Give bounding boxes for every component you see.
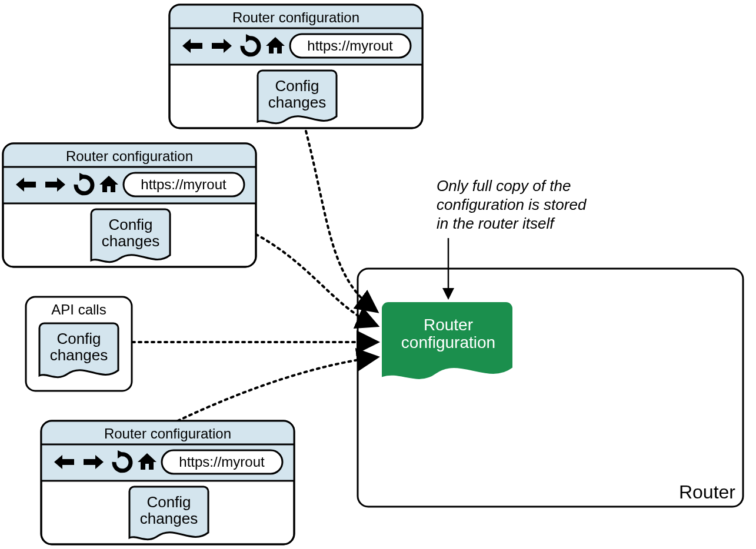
- annotation-line2: configuration is stored: [437, 196, 587, 213]
- browser-title: Router configuration: [104, 426, 231, 441]
- router-config-line2: configuration: [401, 333, 495, 352]
- svg-text:Config: Config: [275, 77, 319, 95]
- annotation-line1: Only full copy of the: [437, 177, 571, 195]
- router-label: Router: [679, 481, 735, 503]
- router-config-document: Router configuration: [382, 303, 512, 379]
- api-box: API calls Config changes: [26, 297, 132, 391]
- api-doc-line1: Config: [56, 330, 101, 347]
- api-title: API calls: [51, 302, 106, 317]
- browser-config-doc: Config changes: [129, 487, 208, 540]
- svg-text:changes: changes: [102, 232, 159, 250]
- router-box: Router Router configuration: [358, 269, 743, 507]
- browser-config-doc: Config changes: [91, 209, 170, 262]
- connector-bottom: [178, 357, 375, 421]
- browser-window-mid: Router configuration https://myrout Conf…: [3, 143, 256, 267]
- svg-text:changes: changes: [140, 510, 198, 527]
- browser-window-top: Router configuration https://myrout Conf…: [169, 5, 422, 128]
- browser-config-doc: Config changes: [258, 71, 337, 123]
- url-text: https://myrout: [141, 176, 227, 192]
- api-config-doc: Config changes: [39, 323, 118, 377]
- url-text: https://myrout: [307, 38, 393, 53]
- svg-text:Config: Config: [146, 493, 191, 511]
- api-doc-line2: changes: [50, 346, 108, 364]
- router-config-line1: Router: [424, 316, 473, 334]
- browser-window-bottom: Router configuration https://myrout Conf…: [41, 421, 294, 544]
- svg-text:changes: changes: [268, 93, 326, 111]
- svg-text:Config: Config: [108, 216, 152, 233]
- annotation-line3: in the router itself: [437, 215, 555, 232]
- url-text: https://myrout: [179, 454, 265, 470]
- browser-title: Router configuration: [66, 148, 193, 164]
- diagram-canvas: Router Router configuration Only full co…: [0, 0, 756, 549]
- browser-title: Router configuration: [232, 9, 359, 25]
